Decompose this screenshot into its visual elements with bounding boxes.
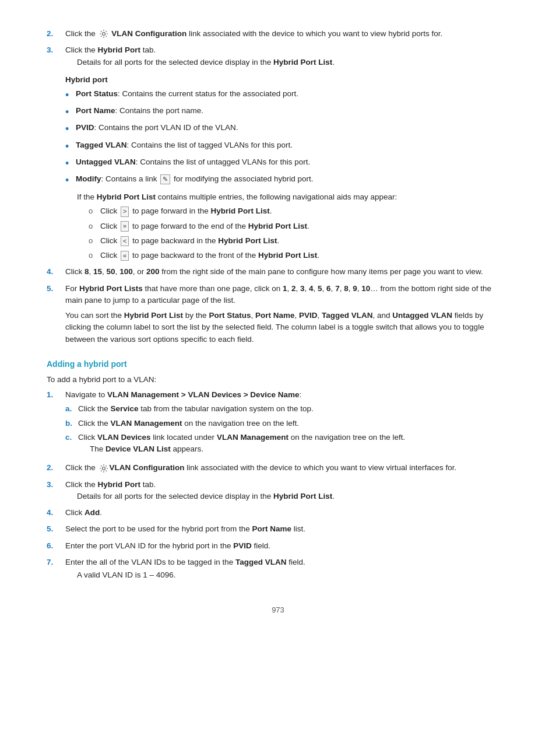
adding-step-6: 6. Enter the port VLAN ID for the hybrid…	[47, 540, 509, 552]
step-5-content: For Hybrid Port Lists that have more tha…	[65, 283, 509, 345]
nav-backward-front-text: Click « to page backward to the front of…	[100, 250, 319, 261]
bullet-port-name-text: Port Name: Contains the port name.	[76, 105, 203, 117]
nav-aids-intro: If the Hybrid Port List contains multipl…	[77, 191, 509, 203]
forward-end-icon-box: »	[121, 221, 129, 231]
nav-sub-list: o Click > to page forward in the Hybrid …	[89, 205, 509, 261]
bullet-dot-2: •	[65, 105, 76, 120]
adding-step-1-content: Navigate to VLAN Management > VLAN Devic…	[65, 389, 509, 457]
adding-step-5: 5. Select the port to be used for the hy…	[47, 523, 509, 535]
alpha-c-sub: The Device VLAN List appears.	[90, 443, 405, 455]
nav-item-forward-end: o Click » to page forward to the end of …	[89, 220, 509, 232]
alpha-a: a. Click the Service tab from the tabula…	[65, 403, 509, 415]
step-3-top-sub: Details for all ports for the selected d…	[77, 57, 509, 68]
hybrid-port-section: Hybrid port	[65, 74, 509, 86]
alpha-c: c. Click VLAN Devices link located under…	[65, 432, 509, 456]
gear-icon	[99, 29, 108, 38]
step-3-top: 3. Click the Hybrid Port tab. Details fo…	[47, 44, 509, 68]
bullet-untagged-vlan-text: Untagged VLAN: Contains the list of unta…	[76, 156, 310, 168]
hybrid-port-bold-1: Hybrid Port	[98, 46, 141, 54]
svg-point-0	[102, 33, 105, 36]
vlan-config-bold-top: VLAN Configuration	[111, 29, 186, 38]
adding-step-5-content: Select the port to be used for the hybri…	[65, 523, 509, 535]
vlan-config-bold-2: VLAN Configuration	[110, 463, 185, 472]
adding-heading: Adding a hybrid port	[47, 358, 509, 370]
adding-step-num-3: 3.	[47, 479, 65, 503]
adding-step-2-content: Click the VLAN Configuration link associ…	[65, 462, 509, 474]
alpha-label-a: a.	[65, 403, 78, 415]
hybrid-port-list-bold-1: Hybrid Port List	[273, 58, 332, 66]
hybrid-port-list-bold-nav: Hybrid Port List	[97, 192, 156, 201]
step-3-top-content: Click the Hybrid Port tab. Details for a…	[65, 44, 509, 68]
svg-point-1	[102, 467, 105, 470]
bullet-modify: • Modify: Contains a link ✎ for modifyin…	[65, 173, 509, 188]
bullet-dot-6: •	[65, 173, 76, 188]
alpha-a-text: Click the Service tab from the tabular n…	[78, 403, 314, 415]
step-2-top: 2. Click the VLAN Configuration link ass…	[47, 28, 509, 40]
bullet-untagged-vlan: • Untagged VLAN: Contains the list of un…	[65, 156, 509, 171]
bullet-dot-4: •	[65, 139, 76, 154]
step-5-top: 5. For Hybrid Port Lists that have more …	[47, 283, 509, 345]
adding-step-1: 1. Navigate to VLAN Management > VLAN De…	[47, 389, 509, 457]
bullet-dot-1: •	[65, 88, 76, 103]
step-4-top: 4. Click 8, 15, 50, 100, or 200 from the…	[47, 266, 509, 278]
page-number: 973	[47, 604, 509, 616]
backward-front-icon-box: «	[121, 251, 129, 261]
adding-step-2: 2. Click the VLAN Configuration link ass…	[47, 462, 509, 474]
adding-step-num-1: 1.	[47, 389, 65, 457]
backward-icon-box: <	[121, 236, 129, 246]
adding-step-num-2: 2.	[47, 462, 65, 474]
adding-step-num-5: 5.	[47, 523, 65, 535]
sub-bullet-4: o	[89, 250, 100, 261]
bullet-tagged-vlan-text: Tagged VLAN: Contains the list of tagged…	[76, 139, 293, 151]
page-content: 2. Click the VLAN Configuration link ass…	[0, 0, 556, 756]
step-num-4: 4.	[47, 266, 65, 278]
bullet-tagged-vlan: • Tagged VLAN: Contains the list of tagg…	[65, 139, 509, 154]
alpha-label-c: c.	[65, 432, 78, 456]
adding-step-4-content: Click Add.	[65, 507, 509, 519]
bullet-modify-text: Modify: Contains a link ✎ for modifying …	[76, 173, 313, 185]
alpha-b-text: Click the VLAN Management on the navigat…	[78, 418, 299, 429]
step-4-content: Click 8, 15, 50, 100, or 200 from the ri…	[65, 266, 509, 278]
alpha-c-text: Click VLAN Devices link located under VL…	[78, 432, 405, 456]
hybrid-port-heading: Hybrid port	[65, 75, 108, 84]
adding-step-3-content: Click the Hybrid Port tab. Details for a…	[65, 479, 509, 503]
sub-bullet-3: o	[89, 235, 100, 247]
nav-forward-end-text: Click » to page forward to the end of th…	[100, 220, 309, 232]
adding-step-num-7: 7.	[47, 556, 65, 582]
adding-step-3: 3. Click the Hybrid Port tab. Details fo…	[47, 479, 509, 503]
bullet-dot-3: •	[65, 122, 76, 136]
step-num-5: 5.	[47, 283, 65, 345]
adding-step-num-6: 6.	[47, 540, 65, 552]
alpha-label-b: b.	[65, 418, 78, 429]
step-num-2-top: 2.	[47, 28, 65, 40]
adding-step-7-sub: A valid VLAN ID is 1 – 4096.	[77, 569, 509, 581]
adding-step-1-alpha: a. Click the Service tab from the tabula…	[65, 403, 509, 455]
bullet-pvid-text: PVID: Contains the port VLAN ID of the V…	[76, 122, 238, 134]
bullet-port-status: • Port Status: Contains the current stat…	[65, 88, 509, 103]
adding-step-num-4: 4.	[47, 507, 65, 519]
nav-item-backward-front: o Click « to page backward to the front …	[89, 250, 509, 261]
nav-item-forward: o Click > to page forward in the Hybrid …	[89, 205, 509, 217]
bullet-port-name: • Port Name: Contains the port name.	[65, 105, 509, 120]
nav-backward-text: Click < to page backward in the Hybrid P…	[100, 235, 279, 247]
forward-icon-box: >	[121, 206, 129, 216]
bullet-port-status-text: Port Status: Contains the current status…	[76, 88, 298, 100]
sub-bullet-2: o	[89, 220, 100, 232]
step-2-top-content: Click the VLAN Configuration link associ…	[65, 28, 509, 40]
step-num-3-top: 3.	[47, 44, 65, 68]
alpha-b: b. Click the VLAN Management on the navi…	[65, 418, 509, 429]
adding-step-7-content: Enter the all of the VLAN IDs to be tagg…	[65, 556, 509, 582]
nav-forward-text: Click > to page forward in the Hybrid Po…	[100, 205, 272, 217]
adding-step-4: 4. Click Add.	[47, 507, 509, 519]
adding-intro: To add a hybrid port to a VLAN:	[47, 374, 509, 386]
edit-icon-box: ✎	[160, 174, 170, 184]
nav-item-backward: o Click < to page backward in the Hybrid…	[89, 235, 509, 247]
gear-icon-2	[99, 464, 108, 473]
adding-step-6-content: Enter the port VLAN ID for the hybrid po…	[65, 540, 509, 552]
adding-step-3-sub: Details for all ports for the selected d…	[77, 491, 509, 502]
hybrid-port-bullet-list: • Port Status: Contains the current stat…	[65, 88, 509, 188]
step-5-para: You can sort the Hybrid Port List by the…	[65, 310, 509, 345]
bullet-pvid: • PVID: Contains the port VLAN ID of the…	[65, 122, 509, 136]
sub-bullet-1: o	[89, 205, 100, 217]
bullet-dot-5: •	[65, 156, 76, 171]
